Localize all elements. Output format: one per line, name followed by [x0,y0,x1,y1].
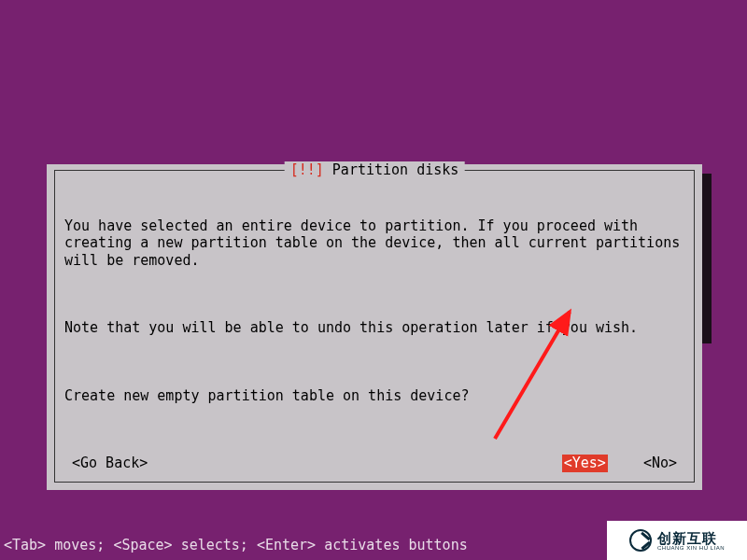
go-back-button[interactable]: <Go Back> [70,455,149,472]
partition-dialog: [!!] Partition disks You have selected a… [47,164,702,490]
dialog-title-text: Partition disks [332,161,458,178]
logo-cn: 创新互联 [657,531,725,545]
no-button[interactable]: <No> [641,455,679,472]
spacer [149,455,561,472]
logo-mark-icon [629,529,652,552]
dialog-title: [!!] Partition disks [285,161,465,179]
dialog-body: You have selected an entire device to pa… [64,182,684,440]
yes-button[interactable]: <Yes> [562,455,608,472]
gap [608,455,641,472]
keybinding-hint: <Tab> moves; <Space> selects; <Enter> ac… [4,537,468,554]
dialog-frame: [!!] Partition disks You have selected a… [54,170,695,483]
logo-en: CHUANG XIN HU LIAN [657,545,725,551]
dialog-paragraph-1: You have selected an entire device to pa… [64,217,684,270]
dialog-button-row: <Go Back> <Yes> <No> [64,455,684,472]
dialog-question: Create new empty partition table on this… [64,387,684,405]
logo-text: 创新互联 CHUANG XIN HU LIAN [657,531,725,551]
watermark-logo: 创新互联 CHUANG XIN HU LIAN [607,521,747,560]
alert-marker: [!!] [290,161,324,178]
dialog-paragraph-2: Note that you will be able to undo this … [64,319,684,337]
